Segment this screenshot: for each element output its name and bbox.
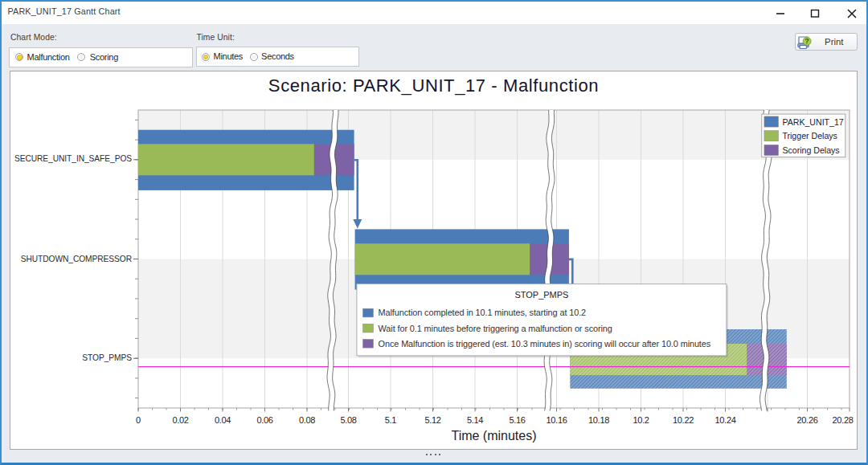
svg-text:Once Malfunction is triggered: Once Malfunction is triggered (est. 10.3… xyxy=(379,339,711,349)
svg-text:5.16: 5.16 xyxy=(509,415,525,425)
svg-text:STOP_PMPS: STOP_PMPS xyxy=(82,353,132,362)
svg-text:Trigger Delays: Trigger Delays xyxy=(782,131,837,141)
svg-text:Time (minutes): Time (minutes) xyxy=(451,429,536,443)
svg-text:10.24: 10.24 xyxy=(714,415,735,425)
svg-text:5.1: 5.1 xyxy=(385,415,397,425)
svg-text:?: ? xyxy=(805,38,809,46)
svg-text:Wait for 0.1 minutes before tr: Wait for 0.1 minutes before triggering a… xyxy=(379,324,612,333)
svg-text:0.04: 0.04 xyxy=(215,415,231,425)
svg-text:STOP_PMPS: STOP_PMPS xyxy=(514,290,568,300)
svg-text:SHUTDOWN_COMPRESSOR: SHUTDOWN_COMPRESSOR xyxy=(21,255,132,263)
svg-text:0.08: 0.08 xyxy=(299,415,315,425)
svg-text:10.2: 10.2 xyxy=(633,415,649,425)
svg-text:5.08: 5.08 xyxy=(340,415,356,425)
svg-text:20.26: 20.26 xyxy=(796,415,817,425)
svg-text:0.02: 0.02 xyxy=(172,415,188,425)
svg-text:20.28: 20.28 xyxy=(832,415,853,425)
svg-text:0.06: 0.06 xyxy=(256,415,272,425)
svg-text:10.18: 10.18 xyxy=(588,415,609,425)
svg-text:Scoring Delays: Scoring Delays xyxy=(782,145,839,155)
svg-text:10.22: 10.22 xyxy=(673,415,694,425)
svg-text:0: 0 xyxy=(136,415,141,425)
svg-text:SECURE_UNIT_IN_SAFE_POS: SECURE_UNIT_IN_SAFE_POS xyxy=(14,154,132,163)
svg-text:5.14: 5.14 xyxy=(467,415,483,425)
svg-text:10.16: 10.16 xyxy=(546,415,567,425)
svg-text:5.12: 5.12 xyxy=(424,415,440,425)
svg-text:Malfunction completed in 10.1: Malfunction completed in 10.1 minutes, s… xyxy=(379,308,586,317)
svg-text:PARK_UNIT_17: PARK_UNIT_17 xyxy=(782,117,843,127)
